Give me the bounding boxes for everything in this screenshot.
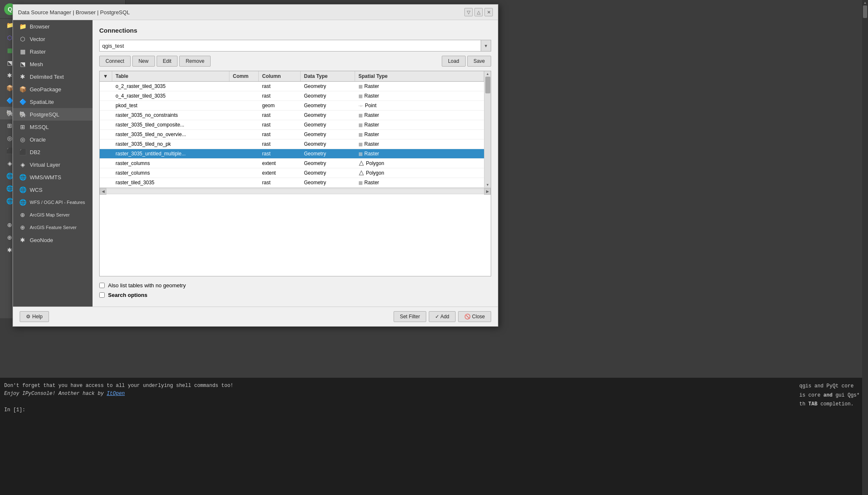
set-filter-button[interactable]: Set Filter bbox=[394, 311, 426, 322]
console-area: Don't forget that you have access to all… bbox=[0, 378, 868, 495]
table-row[interactable]: raster_3035_tiled_composite... rast Geom… bbox=[100, 120, 484, 130]
dialog-sidebar-wcs[interactable]: 🌐 WCS bbox=[13, 183, 93, 196]
sidebar-label: Mesh bbox=[30, 61, 43, 67]
spatial-type-col-label: Spatial Type bbox=[358, 73, 388, 79]
scroll-down-arrow[interactable]: ▼ bbox=[486, 183, 489, 187]
dialog-sidebar-geonode[interactable]: ✱ GeoNode bbox=[13, 234, 93, 246]
table-row[interactable]: o_2_raster_tiled_3035 rast Geometry ▦ Ra… bbox=[100, 82, 484, 91]
dialog-sidebar-delimited[interactable]: ✱ Delimited Text bbox=[13, 70, 93, 83]
row-comment bbox=[229, 130, 259, 139]
console-line-2: Enjoy IPyConsole! Another hack by ItOpen bbox=[4, 391, 125, 397]
dialog-sidebar-db2[interactable]: ⬛ DB2 bbox=[13, 146, 93, 158]
main-scroll-thumb[interactable] bbox=[863, 5, 867, 18]
header-data-type[interactable]: Data Type bbox=[301, 71, 355, 81]
dialog-sidebar-arcgis-map[interactable]: ⊕ ArcGIS Map Server bbox=[13, 209, 93, 221]
dialog-sidebar-arcgis-feature[interactable]: ⊕ ArcGIS Feature Server bbox=[13, 221, 93, 234]
help-icon: ⚙ bbox=[26, 314, 31, 320]
row-spatial-type: ▦ Raster bbox=[355, 149, 484, 158]
scroll-thumb[interactable] bbox=[485, 77, 490, 93]
scroll-up-arrow[interactable]: ▲ bbox=[486, 72, 489, 76]
dialog-sidebar-mssql[interactable]: ⊞ MSSQL bbox=[13, 121, 93, 133]
wms-icon: 🌐 bbox=[19, 173, 26, 181]
table-row-selected[interactable]: raster_3035_untitled_multiple... rast Ge… bbox=[100, 149, 484, 159]
raster-type-icon: ▦ bbox=[358, 84, 363, 89]
close-button[interactable]: 🚫 Close bbox=[458, 311, 491, 322]
dialog-sidebar-wfs[interactable]: 🌐 WFS / OGC API - Features bbox=[13, 196, 93, 209]
row-data-type: Geometry bbox=[301, 178, 355, 187]
table-row[interactable]: raster_columns extent Geometry Polygon bbox=[100, 159, 484, 168]
table-row[interactable]: raster_3035_tiled_no_overvie... rast Geo… bbox=[100, 130, 484, 139]
dialog-sidebar-browser[interactable]: 📁 Browser bbox=[13, 20, 93, 33]
table-header: ▼ Table Comm Column bbox=[100, 71, 484, 82]
side-text-1: qgis and PyQt core bbox=[799, 383, 854, 389]
dropdown-arrow-button[interactable]: ▼ bbox=[481, 40, 491, 52]
header-comment[interactable]: Comm bbox=[229, 71, 259, 81]
raster-type-icon: ▦ bbox=[358, 132, 363, 137]
main-scrollbar[interactable]: ▲ bbox=[862, 0, 868, 495]
dialog-sidebar-postgresql[interactable]: 🐘 PostgreSQL bbox=[13, 108, 93, 121]
dialog-footer: ⚙ Help Set Filter ✓ Add 🚫 Close bbox=[13, 307, 498, 326]
scroll-right-arrow[interactable]: ▶ bbox=[484, 188, 491, 195]
row-table-name: raster_columns bbox=[112, 159, 229, 168]
table-body: o_2_raster_tiled_3035 rast Geometry ▦ Ra… bbox=[100, 82, 484, 188]
horizontal-scrollbar[interactable]: ◀ ▶ bbox=[100, 188, 491, 194]
maximize-button[interactable]: △ bbox=[474, 8, 483, 16]
save-button[interactable]: Save bbox=[467, 56, 491, 67]
header-table[interactable]: Table bbox=[112, 71, 229, 81]
add-button[interactable]: ✓ Add bbox=[429, 311, 456, 322]
dialog-sidebar-wms[interactable]: 🌐 WMS/WMTS bbox=[13, 171, 93, 183]
new-button[interactable]: New bbox=[132, 56, 155, 67]
h-scrollbar-track[interactable] bbox=[106, 189, 484, 193]
polygon-type-icon bbox=[358, 160, 364, 166]
dialog-sidebar-vector[interactable]: ⬡ Vector bbox=[13, 33, 93, 45]
dialog-sidebar-raster[interactable]: ▦ Raster bbox=[13, 45, 93, 58]
close-dialog-button[interactable]: ✕ bbox=[484, 8, 493, 16]
main-scroll-up[interactable]: ▲ bbox=[862, 0, 868, 5]
sidebar-label: SpatiaLite bbox=[30, 99, 54, 105]
load-button[interactable]: Load bbox=[442, 56, 466, 67]
table-row[interactable]: raster_tiled_3035 rast Geometry ▦ Raster bbox=[100, 178, 484, 188]
minimize-button[interactable]: ▽ bbox=[464, 8, 473, 16]
dialog-sidebar: 📁 Browser ⬡ Vector ▦ Raster ⬔ Mesh ✱ Del… bbox=[13, 20, 93, 307]
connections-dropdown[interactable]: qgis_test bbox=[99, 40, 481, 52]
row-comment bbox=[229, 91, 259, 101]
table-inner: ▼ Table Comm Column bbox=[100, 71, 484, 188]
dialog-main-content: Connections qgis_test ▼ Connect New Edit… bbox=[93, 20, 498, 307]
scroll-left-arrow[interactable]: ◀ bbox=[100, 188, 106, 195]
row-table-name: o_4_raster_tiled_3035 bbox=[112, 91, 229, 101]
dialog-sidebar-spatialite[interactable]: 🔷 SpatiaLite bbox=[13, 95, 93, 108]
row-indicator bbox=[100, 101, 112, 110]
help-button[interactable]: ⚙ Help bbox=[20, 311, 49, 322]
vertical-scrollbar[interactable]: ▲ ▼ bbox=[484, 71, 491, 188]
dialog-sidebar-geopackage[interactable]: 📦 GeoPackage bbox=[13, 83, 93, 95]
header-spatial-type[interactable]: Spatial Type bbox=[355, 71, 484, 81]
table-row[interactable]: raster_3035_tiled_no_pk rast Geometry ▦ … bbox=[100, 139, 484, 149]
itopen-link[interactable]: ItOpen bbox=[107, 391, 125, 397]
edit-button[interactable]: Edit bbox=[157, 56, 178, 67]
connect-button[interactable]: Connect bbox=[99, 56, 131, 67]
dialog-sidebar-oracle[interactable]: ◎ Oracle bbox=[13, 133, 93, 146]
remove-button[interactable]: Remove bbox=[179, 56, 211, 67]
dialog-sidebar-virtual[interactable]: ◈ Virtual Layer bbox=[13, 158, 93, 171]
spatialite-icon: 🔷 bbox=[19, 98, 26, 106]
table-with-scrollbar: ▼ Table Comm Column bbox=[100, 71, 491, 188]
connections-row: qgis_test ▼ bbox=[99, 40, 491, 52]
header-filter[interactable]: ▼ bbox=[100, 71, 112, 81]
also-list-tables-checkbox[interactable] bbox=[99, 283, 105, 288]
oracle-icon: ◎ bbox=[19, 136, 26, 143]
table-row[interactable]: raster_columns extent Geometry Polygon bbox=[100, 168, 484, 178]
table-row[interactable]: pkod_test geom Geometry ·○· Point bbox=[100, 101, 484, 111]
search-options-checkbox[interactable] bbox=[99, 292, 105, 298]
raster-icon: ▦ bbox=[19, 48, 26, 55]
postgresql-icon: 🐘 bbox=[19, 111, 26, 118]
table-row[interactable]: o_4_raster_tiled_3035 rast Geometry ▦ Ra… bbox=[100, 91, 484, 101]
row-table-name: raster_tiled_3035 bbox=[112, 178, 229, 187]
row-data-type: Geometry bbox=[301, 91, 355, 101]
sidebar-label: WCS bbox=[30, 187, 42, 193]
table-row[interactable]: raster_3035_no_constraints rast Geometry… bbox=[100, 111, 484, 120]
dialog-sidebar-mesh[interactable]: ⬔ Mesh bbox=[13, 58, 93, 70]
dialog-title: Data Source Manager | Browser | PostgreS… bbox=[18, 9, 130, 15]
row-spatial-type: Polygon bbox=[355, 168, 484, 178]
header-column[interactable]: Column bbox=[259, 71, 301, 81]
row-column: rast bbox=[259, 178, 301, 187]
